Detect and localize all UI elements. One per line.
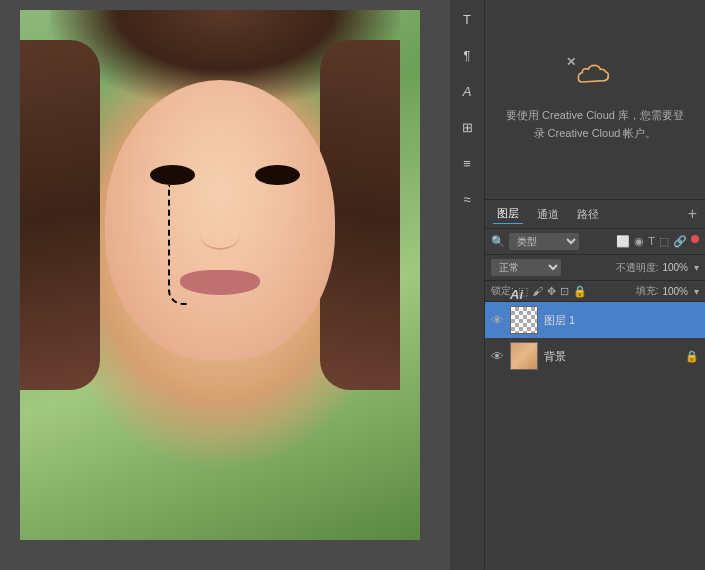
filter-icons-group: ⬜ ◉ T ⬚ 🔗 (616, 235, 699, 248)
lock-paint-icon[interactable]: 🖌 (532, 285, 543, 297)
tab-paths[interactable]: 路径 (573, 205, 603, 224)
tools-bar: T ¶ A ⊞ ≡ ≈ (450, 0, 485, 570)
fill-value[interactable]: 100% (662, 286, 688, 297)
layer-bg-thumbnail (510, 342, 538, 370)
tool-align[interactable]: ≡ (453, 149, 481, 177)
filter-icon-adjust[interactable]: ◉ (634, 235, 644, 248)
layer-1-thumbnail (510, 306, 538, 334)
filter-toggle-dot[interactable] (691, 235, 699, 243)
lock-icons-group: ⬚ 🖌 ✥ ⊡ 🔒 (518, 285, 587, 298)
layer-item-background[interactable]: 👁 背景 🔒 (485, 338, 705, 374)
tab-channels[interactable]: 通道 (533, 205, 563, 224)
filter-icon-smart[interactable]: 🔗 (673, 235, 687, 248)
layer-type-filter[interactable]: 类型 (509, 233, 579, 250)
layer-bg-name: 背景 (544, 349, 679, 364)
add-layer-button[interactable]: + (688, 206, 697, 222)
cloud-icon (575, 57, 615, 87)
blend-opacity-row: 正常 不透明度: 100% ▾ (485, 255, 705, 281)
blend-mode-select[interactable]: 正常 (491, 259, 561, 276)
ai-label: Ai (510, 287, 523, 302)
canvas-image (20, 10, 420, 540)
cloud-message: 要使用 Creative Cloud 库，您需要登 录 Creative Clo… (506, 107, 684, 142)
fill-arrow[interactable]: ▾ (694, 286, 699, 297)
layers-panel: 图层 通道 路径 + 🔍 类型 ⬜ ◉ T ⬚ 🔗 正常 (485, 200, 705, 570)
lock-all-icon[interactable]: 🔒 (573, 285, 587, 298)
layer-bg-visibility-icon[interactable]: 👁 (491, 349, 504, 364)
eye-left (150, 165, 195, 185)
canvas-area (0, 0, 450, 570)
hair-left (20, 40, 100, 390)
fill-label: 填充: (636, 284, 659, 298)
opacity-label: 不透明度: (616, 261, 659, 275)
layer-bg-lock-icon: 🔒 (685, 350, 699, 363)
tool-grid[interactable]: ⊞ (453, 113, 481, 141)
opacity-value[interactable]: 100% (662, 262, 688, 273)
opacity-arrow[interactable]: ▾ (694, 262, 699, 273)
nose (200, 220, 240, 250)
x-mark-icon: ✕ (566, 55, 576, 69)
filter-icon-type[interactable]: T (648, 235, 655, 248)
tool-type[interactable]: T (453, 5, 481, 33)
tab-layers[interactable]: 图层 (493, 204, 523, 224)
filter-icon-shape[interactable]: ⬚ (659, 235, 669, 248)
cloud-icon-area: ✕ (570, 57, 620, 97)
tool-settings[interactable]: ≈ (453, 185, 481, 213)
tool-text[interactable]: A (453, 77, 481, 105)
layer-item-1[interactable]: 👁 图层 1 (485, 302, 705, 338)
selection-marquee (168, 185, 188, 305)
layers-filter-row: 🔍 类型 ⬜ ◉ T ⬚ 🔗 (485, 229, 705, 255)
lips (180, 270, 260, 295)
tool-paragraph[interactable]: ¶ (453, 41, 481, 69)
filter-icon-image[interactable]: ⬜ (616, 235, 630, 248)
right-panel: ✕ 要使用 Creative Cloud 库，您需要登 录 Creative C… (485, 0, 705, 570)
filter-search-icon: 🔍 (491, 235, 505, 248)
lock-position-icon[interactable]: ✥ (547, 285, 556, 298)
layers-tabs-header: 图层 通道 路径 + (485, 200, 705, 229)
layer-1-name: 图层 1 (544, 313, 699, 328)
eye-right (255, 165, 300, 185)
layer-1-visibility-icon[interactable]: 👁 (491, 313, 504, 328)
cloud-panel: ✕ 要使用 Creative Cloud 库，您需要登 录 Creative C… (485, 0, 705, 200)
lock-artboard-icon[interactable]: ⊡ (560, 285, 569, 298)
